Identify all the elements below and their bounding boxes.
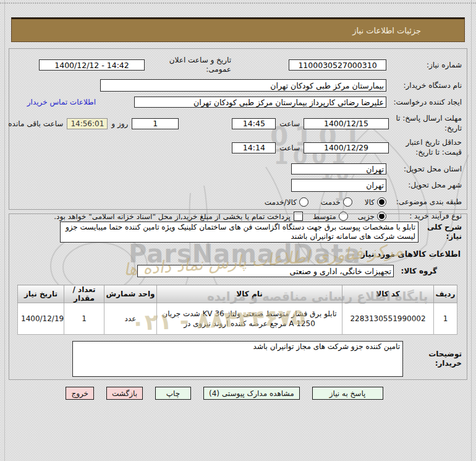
hour-label: ساعت — [279, 119, 300, 128]
page-title: جزئیات اطلاعات نیاز — [352, 26, 464, 35]
requester-input[interactable] — [134, 97, 386, 108]
request-info-panel: شماره نیاز: تاریخ و ساعت اعلان عمومی: نا… — [9, 48, 467, 210]
category-option-goods[interactable]: کالا — [365, 197, 386, 207]
goods-section-title: اطلاعات کالاهای مورد نیاز — [9, 249, 467, 259]
hour-label: ساعت — [279, 144, 300, 152]
goods-table-header-row: ردیف کد کالا نام کالا واحد شمارش تعداد /… — [18, 285, 457, 303]
need-details-page: { "colors": { "page_bg": "#e4e4e4", "tit… — [0, 0, 476, 461]
reply-deadline-label: مهلت ارسال پاسخ: تا تاریخ: — [389, 114, 462, 133]
radio-icon[interactable] — [377, 197, 386, 207]
radio-icon[interactable] — [343, 197, 352, 207]
radio-icon[interactable] — [299, 197, 308, 207]
page-frame-right — [471, 0, 472, 461]
col-quantity: تعداد / مقدار — [64, 285, 104, 303]
buyer-org-input[interactable] — [100, 79, 386, 92]
action-buttons-row: پاسخ به نیاز مشاهده مدارک پیوستی (4) چاپ… — [0, 387, 462, 400]
delivery-city-label: شهر محل تحویل: — [386, 181, 462, 190]
print-button[interactable]: چاپ — [155, 387, 191, 400]
goods-group-label: گروه کالا: — [394, 267, 437, 276]
need-number-input[interactable] — [289, 59, 386, 71]
price-validity-date-input[interactable] — [304, 142, 389, 153]
buyer-notes-textarea[interactable]: تامین کننده جزو شرکت های مجاز توانیران ب… — [72, 341, 403, 377]
need-number-label: شماره نیاز: — [386, 61, 462, 70]
back-button[interactable]: بازگشت — [106, 387, 143, 400]
announce-datetime-input[interactable] — [39, 59, 145, 71]
need-description-textarea[interactable]: تابلو با مشخصات پیوست برق جهت دستگاه اگز… — [60, 222, 419, 243]
need-description-label: شرح کلی نیاز: — [419, 223, 462, 241]
buyer-org-label: نام دستگاه خریدار: — [386, 81, 462, 90]
remaining-hours-label: ساعت باقی مانده — [8, 119, 63, 128]
buyer-notes-label: توضیحات خریدار: — [403, 350, 462, 368]
exit-button[interactable]: خروج — [66, 387, 94, 400]
view-attachments-button[interactable]: مشاهده مدارک پیوستی (4) — [203, 387, 300, 400]
days-and-label: روز و — [111, 119, 128, 128]
subject-category-label: طبقه بندی موضوعی: — [386, 197, 462, 207]
goods-table-row: 1 2283130551990002 تابلو برق فشار متوسط … — [18, 303, 457, 335]
requester-label: ایجاد کننده درخواست: — [386, 98, 462, 107]
col-need-date: تاریخ نیاز — [18, 285, 64, 303]
goods-group-input[interactable] — [137, 265, 394, 277]
top-dotted-divider — [0, 2, 476, 4]
respond-to-need-button[interactable]: پاسخ به نیاز — [312, 387, 383, 400]
remaining-time-box: 14:56:01 — [67, 118, 108, 129]
price-validity-time-input[interactable] — [232, 142, 276, 153]
col-goods-name: نام کالا — [157, 285, 342, 303]
cell-need-date: 1400/12/19 — [18, 303, 64, 335]
buyer-contact-link[interactable]: اطلاعات تماس خریدار — [27, 98, 96, 106]
reply-deadline-time-input[interactable] — [232, 118, 276, 129]
cell-quantity: 1 — [64, 303, 104, 335]
delivery-province-label: استان محل تحویل: — [386, 165, 462, 174]
reply-deadline-date-input[interactable] — [304, 118, 389, 129]
delivery-province-input[interactable] — [291, 163, 386, 174]
delivery-city-input[interactable] — [291, 179, 386, 192]
remaining-days-input[interactable] — [132, 118, 179, 129]
cell-goods-code: 2283130551990002 — [342, 303, 434, 335]
titlebar: جزئیات اطلاعات نیاز — [11, 17, 465, 42]
goods-table: ردیف کد کالا نام کالا واحد شمارش تعداد /… — [17, 285, 457, 335]
col-goods-code: کد کالا — [342, 285, 434, 303]
col-unit: واحد شمارش — [104, 285, 157, 303]
category-option-service[interactable]: خدمت — [321, 197, 352, 207]
cell-goods-name: تابلو برق فشار متوسط صنعتی ولتاژ KV 36 ش… — [157, 303, 342, 335]
col-row-number: ردیف — [434, 285, 457, 303]
goods-info-panel: شرح کلی نیاز: تابلو با مشخصات پیوست برق … — [9, 213, 467, 380]
announce-datetime-label: تاریخ و ساعت اعلان عمومی: — [145, 56, 231, 74]
cell-unit: عدد — [104, 303, 157, 335]
category-option-goods-service[interactable]: کالا/خدمت — [265, 197, 308, 207]
cell-row-number: 1 — [434, 303, 457, 335]
price-validity-label: حداقل تاریخ اعتبار قیمت: تا تاریخ: — [389, 138, 462, 157]
